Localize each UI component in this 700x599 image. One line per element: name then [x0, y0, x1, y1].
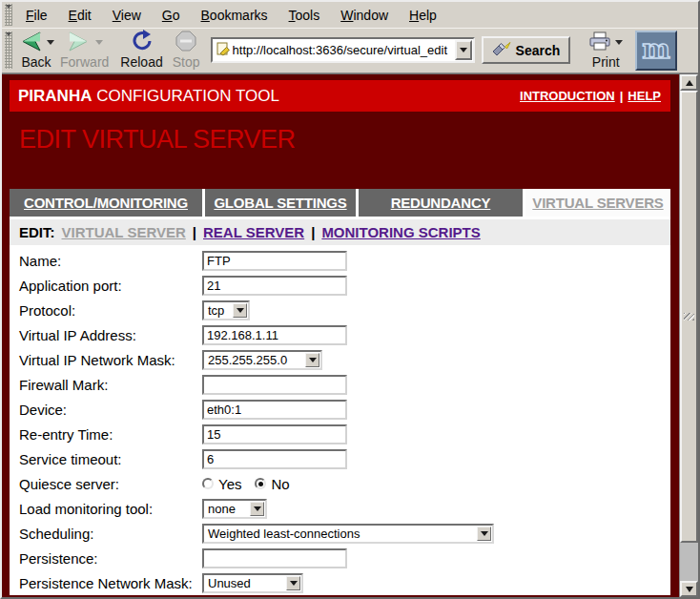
subnav-virtual-server-link[interactable]: VIRTUAL SERVER	[62, 224, 186, 240]
scroll-down-button[interactable]	[680, 581, 698, 597]
reentry-time-input[interactable]	[202, 424, 347, 444]
forward-arrow-icon	[67, 30, 92, 55]
field-label: Re-entry Time:	[19, 426, 202, 443]
toolbar-grip-handle[interactable]	[5, 31, 12, 69]
tab-control-monitoring[interactable]: CONTROL/MONITORING	[10, 189, 202, 217]
scrollbar-thumb[interactable]	[680, 91, 698, 543]
reload-icon	[131, 30, 154, 55]
app-title: PIRANHA CONFIGURATION TOOL	[18, 87, 279, 106]
arrow-down-icon	[686, 587, 693, 592]
field-label: Virtual IP Network Mask:	[19, 352, 202, 368]
piranha-header-bar: PIRANHA CONFIGURATION TOOL INTRODUCTION …	[10, 80, 670, 112]
scheduling-select[interactable]: Weighted least-connections	[202, 524, 494, 544]
flashlight-icon	[492, 41, 511, 59]
name-input[interactable]	[202, 251, 347, 271]
back-label: Back	[21, 54, 51, 70]
forward-label: Forward	[60, 54, 109, 70]
protocol-select[interactable]: tcp	[202, 300, 250, 320]
bookmark-icon[interactable]	[216, 41, 231, 60]
field-label: Firewall Mark:	[19, 377, 202, 393]
menu-view[interactable]: View	[102, 5, 152, 26]
service-timeout-input[interactable]	[202, 449, 347, 469]
stop-button[interactable]: Stop	[170, 31, 203, 71]
subnav-real-server-link[interactable]: REAL SERVER	[203, 224, 304, 240]
load-monitoring-select[interactable]: none	[202, 499, 267, 519]
field-label: Name:	[19, 253, 202, 269]
stop-icon	[175, 30, 197, 55]
selected-value: 255.255.255.0	[204, 352, 304, 368]
stop-label: Stop	[173, 54, 200, 70]
print-button[interactable]: Print	[586, 31, 626, 71]
page-content: PIRANHA CONFIGURATION TOOL INTRODUCTION …	[2, 74, 679, 597]
firewall-mark-input[interactable]	[202, 375, 347, 395]
tab-virtual-servers[interactable]: VIRTUAL SERVERS	[525, 189, 670, 217]
back-dropdown-caret[interactable]	[47, 40, 54, 45]
form-row-persistence-mask: Persistence Network Mask: Unused	[10, 570, 670, 595]
reload-button[interactable]: Reload	[117, 31, 165, 71]
search-button[interactable]: Search	[482, 36, 571, 64]
introduction-link[interactable]: INTRODUCTION	[520, 89, 615, 103]
field-label: Quiesce server:	[19, 476, 202, 492]
radio-label-yes: Yes	[218, 476, 241, 492]
form-row-persistence: Persistence:	[10, 546, 670, 570]
selected-value: none	[204, 501, 249, 517]
svg-text:m: m	[642, 33, 670, 65]
virtual-ip-mask-select[interactable]: 255.255.255.0	[202, 350, 322, 370]
forward-button[interactable]: Forward	[57, 31, 112, 71]
form-row-firewall-mark: Firewall Mark:	[10, 372, 670, 397]
form-row-virtual-ip: Virtual IP Address:	[10, 322, 670, 347]
menu-tools[interactable]: Tools	[278, 5, 331, 26]
scroll-up-button[interactable]	[680, 74, 698, 91]
help-link[interactable]: HELP	[628, 89, 661, 103]
tab-redundancy[interactable]: REDUNDANCY	[359, 189, 523, 217]
back-button[interactable]: Back	[15, 31, 57, 71]
mozilla-logo-button[interactable]: m	[635, 31, 677, 71]
selected-value: Unused	[204, 575, 285, 591]
back-arrow-icon	[18, 30, 43, 55]
url-bar	[211, 37, 475, 63]
quiesce-no-radio[interactable]	[255, 478, 266, 489]
page-title: EDIT VIRTUAL SERVER	[19, 125, 679, 155]
reload-label: Reload	[120, 54, 162, 70]
chevron-down-icon	[460, 48, 467, 52]
dropdown-arrow-icon	[305, 353, 319, 367]
selected-value: tcp	[204, 302, 232, 319]
persistence-input[interactable]	[202, 548, 347, 568]
tab-global-settings[interactable]: GLOBAL SETTINGS	[205, 189, 356, 217]
application-port-input[interactable]	[202, 276, 347, 296]
form-row-scheduling: Scheduling: Weighted least-connections	[10, 521, 670, 546]
form-row-protocol: Protocol: tcp	[10, 298, 670, 322]
menu-bookmarks[interactable]: Bookmarks	[191, 5, 278, 26]
header-links: INTRODUCTION | HELP	[520, 89, 661, 103]
menu-go[interactable]: Go	[152, 5, 191, 26]
quiesce-yes-radio[interactable]	[202, 478, 214, 489]
subnav-separator: |	[193, 224, 196, 240]
radio-dot	[258, 482, 263, 486]
menu-edit[interactable]: Edit	[58, 5, 102, 26]
vertical-scrollbar[interactable]	[679, 74, 698, 597]
menu-help[interactable]: Help	[399, 5, 447, 26]
printer-icon	[588, 31, 611, 54]
url-history-dropdown[interactable]	[455, 40, 472, 60]
dropdown-arrow-icon	[477, 527, 491, 541]
form-row-load-monitoring: Load monitoring tool: none	[10, 496, 670, 521]
menu-file[interactable]: File	[15, 5, 58, 26]
print-dropdown-caret[interactable]	[615, 40, 623, 45]
field-label: Service timeout:	[19, 451, 202, 467]
form-row-device: Device:	[10, 397, 670, 422]
dropdown-arrow-icon	[250, 502, 264, 516]
menubar-grip-handle[interactable]	[5, 4, 12, 26]
navigation-toolbar: Back Forward Reload	[2, 28, 698, 73]
scrollbar-track[interactable]	[680, 91, 698, 581]
device-input[interactable]	[202, 400, 347, 420]
menu-window[interactable]: Window	[330, 5, 399, 26]
virtual-server-form: Name: Application port: Protocol: tcp Vi…	[10, 245, 670, 595]
persistence-mask-select[interactable]: Unused	[202, 573, 303, 593]
field-label: Virtual IP Address:	[19, 327, 202, 343]
mozilla-m-icon: m	[638, 31, 674, 70]
url-input[interactable]	[231, 41, 455, 59]
search-label: Search	[516, 43, 561, 58]
virtual-ip-input[interactable]	[202, 325, 347, 345]
subnav-monitoring-scripts-link[interactable]: MONITORING SCRIPTS	[321, 224, 480, 240]
edit-subnav: EDIT: VIRTUAL SERVER | REAL SERVER | MON…	[10, 219, 670, 245]
